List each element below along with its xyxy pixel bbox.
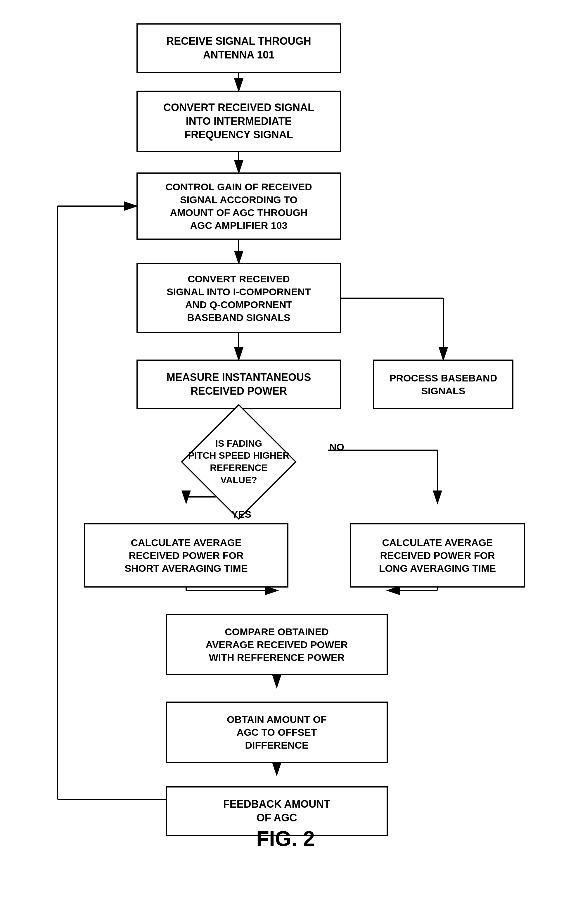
box-long-avg: CALCULATE AVERAGE RECEIVED POWER FOR LON… bbox=[350, 523, 525, 587]
box-process-baseband: PROCESS BASEBAND SIGNALS bbox=[373, 360, 514, 409]
box-convert-iq: CONVERT RECEIVED SIGNAL INTO I-COMPORNEN… bbox=[136, 263, 341, 333]
box-measure-power: MEASURE INSTANTANEOUS RECEIVED POWER bbox=[136, 360, 341, 409]
box-agc-control: CONTROL GAIN OF RECEIVED SIGNAL ACCORDIN… bbox=[136, 173, 341, 240]
box-short-avg: CALCULATE AVERAGE RECEIVED POWER FOR SHO… bbox=[84, 523, 289, 587]
yes-label: YES bbox=[231, 508, 251, 520]
no-label: NO bbox=[329, 441, 344, 453]
figure-label: FIG. 2 bbox=[256, 827, 315, 851]
diamond-fading-check: IS FADINGPITCH SPEED HIGHERREFERENCEVALU… bbox=[151, 418, 326, 506]
box-receive-signal: RECEIVE SIGNAL THROUGH ANTENNA 101 bbox=[136, 23, 341, 73]
box-obtain-agc: OBTAIN AMOUNT OF AGC TO OFFSET DIFFERENC… bbox=[166, 701, 388, 763]
box-compare-power: COMPARE OBTAINED AVERAGE RECEIVED POWER … bbox=[166, 614, 388, 675]
box-convert-if: CONVERT RECEIVED SIGNAL INTO INTERMEDIAT… bbox=[136, 91, 341, 152]
flowchart-diagram: RECEIVE SIGNAL THROUGH ANTENNA 101 CONVE… bbox=[23, 12, 548, 859]
